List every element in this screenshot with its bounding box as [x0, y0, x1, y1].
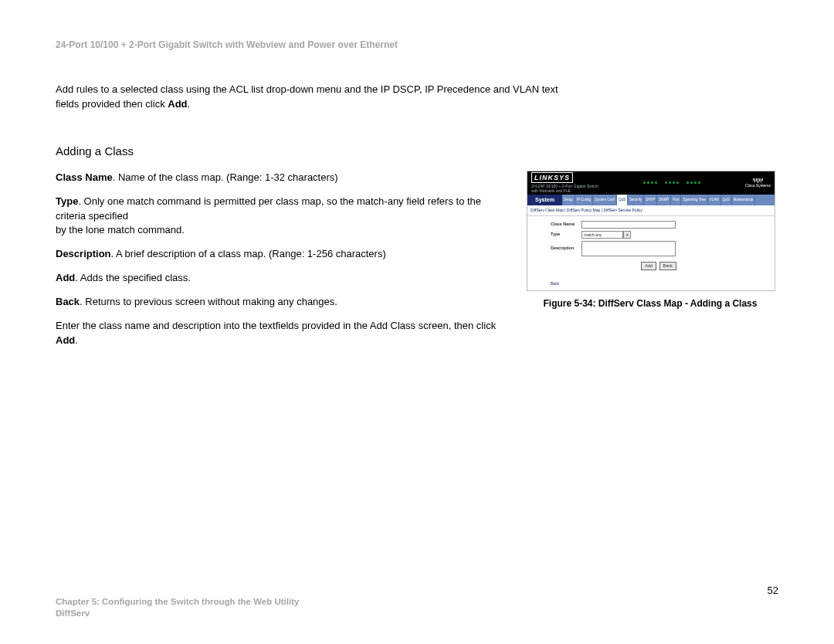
- back-link[interactable]: Back: [527, 280, 775, 290]
- enter-post: .: [75, 334, 78, 346]
- def-description: Description. A brief description of a cl…: [56, 247, 511, 262]
- tab-6[interactable]: SNMP: [657, 195, 671, 205]
- section-heading-adding-class: Adding a Class: [56, 143, 778, 160]
- top-tabs: Setup IP Config System Conf QoS Security…: [562, 195, 775, 205]
- term-class-name: Class Name: [56, 171, 113, 183]
- intro-line2-pre: fields provided then click: [56, 98, 168, 110]
- subtabs[interactable]: DiffServ Class Map | DiffServ Policy Map…: [531, 208, 642, 212]
- tab-11[interactable]: Maintenance: [732, 195, 756, 205]
- tab-8[interactable]: Spanning Tree: [681, 195, 707, 205]
- cisco-text: Cisco Systems: [745, 183, 771, 188]
- intro-paragraph: Add rules to a selected class using the …: [56, 83, 612, 112]
- label-class-name: Class Name: [551, 222, 581, 228]
- tab-4[interactable]: Security: [628, 195, 644, 205]
- text-back: . Returns to previous screen without mak…: [80, 296, 337, 307]
- figure-screenshot: LINKSYS 2/4-24P 10/100 + 2-Port Gigabit …: [527, 171, 775, 291]
- def-type: Type. Only one match command is permitte…: [56, 195, 511, 239]
- enter-bold: Add: [56, 334, 75, 346]
- tab-0[interactable]: Setup: [562, 195, 575, 205]
- intro-add-bold: Add: [168, 98, 187, 110]
- nav-system[interactable]: System: [527, 195, 562, 205]
- page-number: 52: [768, 584, 778, 598]
- tab-5[interactable]: SNTP: [644, 195, 657, 205]
- tab-7[interactable]: Port: [671, 195, 681, 205]
- text-type-2: by the lone match command.: [56, 224, 185, 236]
- fig-subhead-2: with Webview and PoE: [531, 188, 571, 193]
- port-status-lights: [643, 181, 700, 184]
- text-type-1: . Only one match command is permitted pe…: [56, 195, 481, 222]
- select-type[interactable]: match-any: [581, 231, 623, 239]
- def-enter: Enter the class name and description int…: [56, 319, 511, 348]
- footer-line2: DiffServ: [56, 608, 90, 618]
- linksys-logo: LINKSYS: [531, 172, 573, 183]
- tab-2[interactable]: System Conf: [593, 195, 617, 205]
- term-back: Back: [56, 296, 80, 307]
- figure-caption: Figure 5-34: DiffServ Class Map - Adding…: [527, 297, 774, 310]
- intro-line1: Add rules to a selected class using the …: [56, 83, 558, 95]
- term-description: Description: [56, 248, 111, 259]
- tab-9[interactable]: VLAN: [708, 195, 721, 205]
- label-description: Description: [551, 246, 581, 252]
- tab-1[interactable]: IP Config: [575, 195, 593, 205]
- text-description: . A brief description of a class map. (R…: [111, 248, 386, 259]
- cisco-logo: Cisco Systems: [745, 178, 771, 188]
- tab-3[interactable]: QoS: [617, 195, 628, 205]
- input-class-name[interactable]: [581, 221, 676, 229]
- footer-line1: Chapter 5: Configuring the Switch throug…: [56, 597, 299, 606]
- text-class-name: . Name of the class map. (Range: 1-32 ch…: [113, 171, 338, 183]
- enter-pre: Enter the class name and description int…: [56, 320, 496, 331]
- def-add: Add. Adds the specified class.: [56, 271, 511, 286]
- def-class-name: Class Name. Name of the class map. (Rang…: [56, 171, 511, 185]
- chevron-down-icon[interactable]: ▾: [623, 231, 631, 239]
- term-type: Type: [56, 195, 78, 207]
- def-back: Back. Returns to previous screen without…: [56, 295, 511, 310]
- input-description[interactable]: [581, 241, 676, 256]
- footer: Chapter 5: Configuring the Switch throug…: [56, 596, 299, 619]
- text-add: . Adds the specified class.: [75, 272, 191, 283]
- add-button[interactable]: Add: [641, 262, 656, 271]
- label-type: Type: [551, 232, 581, 238]
- tab-10[interactable]: QoS: [721, 195, 732, 205]
- document-header-title: 24-Port 10/100 + 2-Port Gigabit Switch w…: [56, 39, 778, 52]
- intro-line2-post: .: [188, 98, 191, 110]
- term-add: Add: [56, 272, 75, 283]
- back-button[interactable]: Back: [659, 262, 676, 271]
